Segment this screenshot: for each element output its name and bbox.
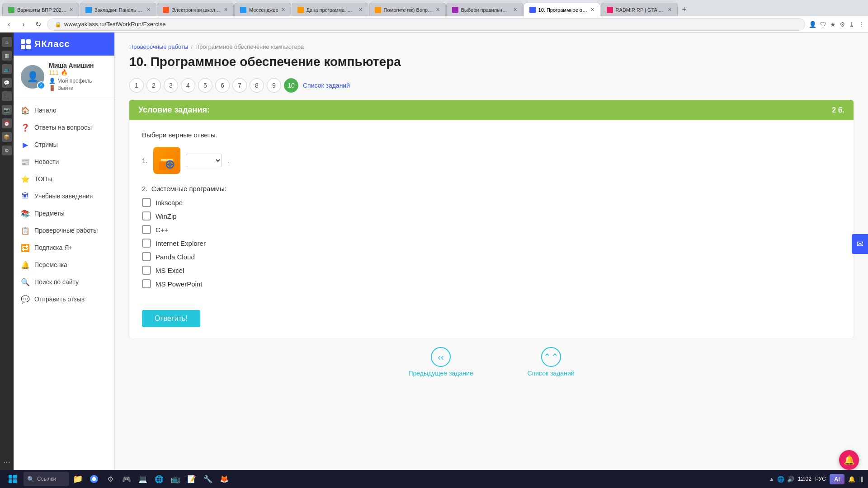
sidebar-item-tops[interactable]: ⭐ ТОПы: [14, 170, 114, 188]
checkbox-panda[interactable]: Panda Cloud: [142, 252, 841, 261]
checkbox-box-excel[interactable]: [142, 266, 151, 275]
logout-link[interactable]: 🚪 Выйти: [49, 85, 107, 91]
sidebar-icon-tv[interactable]: 📺: [2, 64, 12, 74]
taskbar-app5[interactable]: 📺: [168, 472, 183, 486]
sidebar-icon-gear[interactable]: ⚙: [2, 145, 12, 155]
prev-task-button[interactable]: ‹‹ Предыдущее задание: [408, 347, 473, 377]
tab-close-5[interactable]: ✕: [359, 7, 363, 13]
show-desktop-button[interactable]: ▌: [859, 477, 864, 482]
sidebar-icon-box[interactable]: 📦: [2, 132, 12, 142]
tab-1[interactable]: Варианты ВПР 2020 п... ✕: [2, 3, 79, 16]
taskbar-app2[interactable]: 🎮: [119, 472, 134, 486]
task1-select[interactable]: [186, 154, 222, 167]
menu-icon[interactable]: ⋮: [858, 21, 864, 28]
checkbox-ppt[interactable]: MS PowerPoint: [142, 279, 841, 288]
tab-close-6[interactable]: ✕: [436, 7, 440, 13]
sidebar-item-news[interactable]: 📰 Новости: [14, 153, 114, 170]
sidebar-item-streams[interactable]: ▶ Стримы: [14, 136, 114, 153]
tab-6[interactable]: Помогите пж) Вопрос... ✕: [369, 3, 446, 16]
task-nav-6[interactable]: 6: [215, 78, 230, 93]
sidebar-item-answers[interactable]: ❓ Ответы на вопросы: [14, 119, 114, 136]
task-nav-9[interactable]: 9: [267, 78, 281, 93]
tab-7[interactable]: Выбери правильные ... ✕: [446, 3, 523, 16]
task-nav-8[interactable]: 8: [250, 78, 264, 93]
sidebar-item-schools[interactable]: 🏛 Учебные заведения: [14, 188, 114, 205]
sidebar-icon-clock[interactable]: ⏰: [2, 118, 12, 128]
task-nav-3[interactable]: 3: [164, 78, 178, 93]
sidebar-item-break[interactable]: 🔔 Переменка: [14, 256, 114, 273]
tab-5[interactable]: Дана программа. Опр... ✕: [292, 3, 368, 16]
sidebar-item-feedback[interactable]: 💬 Отправить отзыв: [14, 291, 114, 308]
network-icon[interactable]: 🌐: [777, 476, 784, 483]
sidebar-icon-grid[interactable]: ▦: [2, 51, 12, 61]
taskbar-search[interactable]: 🔍 Ссылки: [24, 472, 69, 486]
sidebar-item-search[interactable]: 🔍 Поиск по сайту: [14, 273, 114, 291]
sidebar-item-home[interactable]: 🏠 Начало: [14, 102, 114, 119]
taskbar-app7[interactable]: 🔧: [201, 472, 215, 486]
reload-button[interactable]: ↻: [33, 19, 43, 30]
tab-4[interactable]: Мессенджер ✕: [234, 3, 291, 16]
checkbox-box-winzip[interactable]: [142, 211, 151, 221]
sidebar-icon-chat[interactable]: 💬: [2, 78, 12, 88]
url-bar[interactable]: 🔒 www.yaklass.ru/TestWorkRun/Exercise: [47, 18, 805, 31]
chevron-up-icon[interactable]: ▲: [769, 476, 774, 482]
checkbox-winzip[interactable]: WinZip: [142, 211, 841, 221]
tab-8[interactable]: 10. Программное обе... ✕: [524, 3, 600, 16]
task-nav-7[interactable]: 7: [232, 78, 247, 93]
breadcrumb-parent-link[interactable]: Проверочные работы: [129, 43, 188, 50]
volume-icon[interactable]: 🔊: [787, 476, 794, 483]
taskbar-app3[interactable]: 💻: [136, 472, 150, 486]
sidebar-icon-insta[interactable]: 📷: [2, 105, 12, 115]
task-nav-1[interactable]: 1: [129, 78, 144, 93]
download-icon[interactable]: ⤓: [849, 21, 854, 28]
task-nav-2[interactable]: 2: [146, 78, 161, 93]
sidebar-item-subjects[interactable]: 📚 Предметы: [14, 205, 114, 222]
checkbox-box-ppt[interactable]: [142, 279, 151, 288]
new-tab-button[interactable]: +: [678, 3, 691, 16]
mail-button[interactable]: ✉: [852, 234, 868, 254]
taskbar-app1[interactable]: ⚙: [103, 472, 118, 486]
checkbox-ie[interactable]: Internet Explorer: [142, 239, 841, 248]
sidebar-icon-phone[interactable]: 📞: [2, 91, 12, 101]
checkbox-box-ie[interactable]: [142, 239, 151, 248]
tab-close-9[interactable]: ✕: [668, 7, 672, 13]
back-button[interactable]: ‹: [4, 19, 14, 30]
more-icon[interactable]: ⋯: [3, 458, 10, 466]
extension-icon[interactable]: ⚙: [840, 21, 845, 28]
task-nav-4[interactable]: 4: [181, 78, 195, 93]
checkbox-inkscape[interactable]: Inkscape: [142, 198, 841, 207]
sidebar-icon-home[interactable]: ⌂: [2, 37, 12, 47]
tab-close-4[interactable]: ✕: [281, 7, 285, 13]
tab-3[interactable]: Электронная школа -... ✕: [157, 3, 234, 16]
task-list-bottom-button[interactable]: ⌃⌃ Список заданий: [528, 347, 575, 377]
taskbar-file-explorer[interactable]: 📁: [71, 472, 85, 486]
forward-button[interactable]: ›: [18, 19, 29, 30]
task-list-link[interactable]: Список заданий: [303, 82, 350, 89]
submit-button[interactable]: Ответить!: [142, 310, 200, 327]
tab-close-1[interactable]: ✕: [69, 7, 73, 13]
task-nav-10[interactable]: 10: [284, 78, 298, 93]
start-button[interactable]: [4, 472, 22, 486]
tab-close-7[interactable]: ✕: [513, 7, 517, 13]
taskbar-app8[interactable]: 🦊: [217, 472, 231, 486]
sidebar-item-tests[interactable]: 📋 Проверочные работы: [14, 222, 114, 239]
checkbox-box-inkscape[interactable]: [142, 198, 151, 207]
checkbox-box-panda[interactable]: [142, 252, 151, 261]
sidebar-item-subscription[interactable]: 🔁 Подписка Я+: [14, 239, 114, 256]
tab-close-2[interactable]: ✕: [146, 7, 151, 13]
tab-9[interactable]: RADMIR RP | GTA V -... ✕: [601, 3, 678, 16]
checkbox-cpp[interactable]: C++: [142, 225, 841, 234]
tab-close-3[interactable]: ✕: [224, 7, 228, 13]
bookmark-icon[interactable]: ★: [830, 21, 836, 28]
profile-icon[interactable]: 👤: [809, 21, 816, 28]
notification-button[interactable]: 🔔: [839, 450, 859, 470]
ai-button[interactable]: Ai: [830, 474, 844, 484]
task-nav-5[interactable]: 5: [198, 78, 212, 93]
taskbar-chrome[interactable]: [87, 472, 101, 486]
checkbox-box-cpp[interactable]: [142, 225, 151, 234]
tab-2[interactable]: Закладки: Панель зак... ✕: [80, 3, 156, 16]
shield-icon[interactable]: 🛡: [820, 21, 826, 28]
my-profile-link[interactable]: 👤 Мой профиль: [49, 78, 107, 84]
tab-close-8[interactable]: ✕: [590, 7, 594, 13]
checkbox-excel[interactable]: MS Excel: [142, 266, 841, 275]
